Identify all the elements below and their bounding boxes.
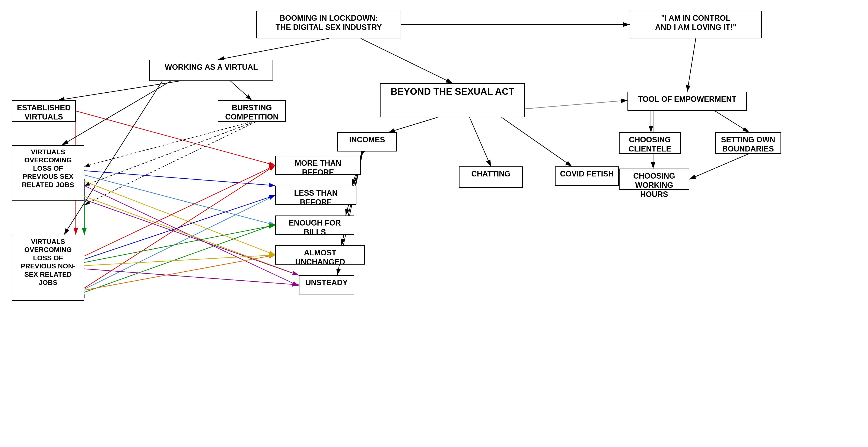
virtuals-overcoming-nonsex-node: VIRTUALS OVERCOMING LOSS OF PREVIOUS NON… <box>12 235 84 301</box>
i-am-control-node: "I AM IN CONTROL AND I AM LOVING IT!" <box>630 11 762 38</box>
svg-line-22 <box>715 111 749 132</box>
svg-line-38 <box>84 186 299 286</box>
svg-line-12 <box>230 81 252 100</box>
more-than-before-node: MORE THAN BEFORE <box>275 156 361 175</box>
beyond-sexual-act-node: BEYOND THE SEXUAL ACT <box>380 83 525 117</box>
svg-line-24 <box>361 152 363 156</box>
svg-line-43 <box>84 195 275 289</box>
svg-line-40 <box>84 255 275 290</box>
svg-line-42 <box>84 165 275 288</box>
svg-line-23 <box>689 154 749 179</box>
less-than-before-node: LESS THAN BEFORE <box>275 186 356 205</box>
svg-line-45 <box>84 196 299 275</box>
svg-line-37 <box>84 181 275 255</box>
svg-line-8 <box>218 38 329 60</box>
virtuals-overcoming-sex-node: VIRTUALS OVERCOMING LOSS OF PREVIOUS SEX… <box>12 145 84 200</box>
svg-line-46 <box>84 199 299 275</box>
diagram-container: BOOMING IN LOCKDOWN: THE DIGITAL SEX IND… <box>0 0 868 447</box>
svg-line-47 <box>84 165 275 256</box>
main-title-node: BOOMING IN LOCKDOWN: THE DIGITAL SEX IND… <box>256 11 401 38</box>
svg-line-34 <box>84 171 275 186</box>
svg-line-39 <box>84 224 275 292</box>
svg-line-15 <box>389 117 437 132</box>
svg-line-48 <box>84 195 275 259</box>
choosing-working-hours-node: CHOOSING WORKING HOURS <box>619 168 689 190</box>
incomes-node: INCOMES <box>337 132 397 152</box>
svg-line-9 <box>361 38 453 83</box>
svg-line-18 <box>525 100 627 109</box>
svg-line-11 <box>58 81 179 100</box>
almost-unchanged-node: ALMOST UNCHANGED <box>275 245 365 264</box>
arrows-svg <box>0 0 868 447</box>
chatting-node: CHATTING <box>459 166 523 188</box>
covid-fetish-node: COVID FETISH <box>555 166 619 186</box>
svg-line-33 <box>84 122 256 205</box>
setting-own-boundaries-node: SETTING OWN BOUNDARIES <box>715 132 781 154</box>
established-virtuals-node: ESTABLISHED VIRTUALS <box>12 100 76 122</box>
enough-for-bills-node: ENOUGH FOR BILLS <box>275 216 354 235</box>
svg-line-19 <box>687 38 696 92</box>
svg-line-35 <box>84 175 275 225</box>
svg-line-50 <box>84 255 275 266</box>
bursting-competition-node: BURSTING COMPETITION <box>218 100 286 122</box>
svg-line-16 <box>469 117 491 166</box>
svg-line-32 <box>84 123 252 186</box>
svg-line-51 <box>84 269 299 285</box>
svg-line-49 <box>84 225 275 262</box>
svg-line-13 <box>62 81 171 145</box>
choosing-clientele-node: CHOOSING CLIENTELE <box>619 132 681 154</box>
unsteady-node: UNSTEADY <box>299 275 354 294</box>
tool-empowerment-node: TOOL OF EMPOWERMENT <box>627 92 747 111</box>
working-virtual-node: WORKING AS A VIRTUAL <box>149 60 273 81</box>
svg-line-17 <box>501 117 572 166</box>
svg-line-31 <box>84 122 252 166</box>
